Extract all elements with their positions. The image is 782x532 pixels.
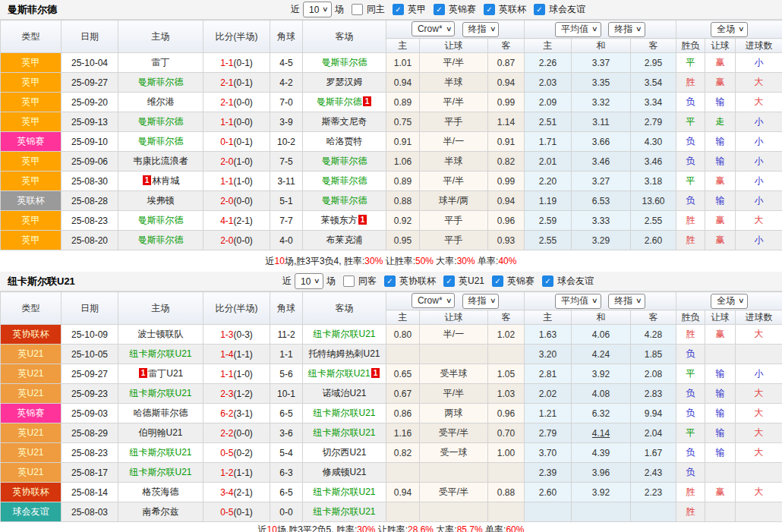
league-badge: 英联杯 (1, 191, 61, 211)
odds-home: 0.88 (386, 191, 420, 211)
league-badge: 英甲 (1, 152, 61, 172)
odds-index-select[interactable]: 终指∨ (462, 294, 500, 309)
half-time-score: (0-2) (234, 448, 253, 458)
result-group-header: 全场∨ (676, 292, 782, 310)
result-goals: 大 (736, 325, 782, 345)
avg-draw: 4.06 (572, 325, 631, 345)
avg-away: 2.04 (631, 423, 676, 443)
home-team: 纽卡斯尔联U21 (118, 384, 203, 404)
scope-select[interactable]: 全场∨ (711, 22, 748, 37)
result-wdl: 胜 (676, 483, 705, 502)
avg-away: 2.95 (631, 53, 676, 73)
odds-handicap: 半球 (420, 73, 488, 93)
odds-source-select[interactable]: Crow*∨ (411, 293, 455, 308)
half-time-score: (0-3) (234, 329, 253, 340)
home-team: 雷丁 (118, 53, 203, 73)
col-header-away: 客场 (303, 292, 386, 325)
team-name-text: 切尔西U21 (322, 447, 366, 458)
odds-handicap: 平/半 (420, 53, 488, 73)
match-row: 英甲25-08-20曼斯菲尔德2-0(0-0)4-0布莱克浦0.95平手0.93… (1, 231, 782, 250)
recent-summary: 近10场,胜3平3负4, 胜率:30% 让胜率:50% 大率:30% 单率:40… (0, 250, 782, 272)
league-filter-label: 英U21 (459, 275, 484, 288)
result-wdl: 胜 (676, 502, 705, 522)
away-team: 曼斯菲尔德 (303, 172, 386, 191)
match-score: 0-1(0-1) (203, 132, 270, 152)
avg-away: 4.28 (631, 325, 676, 345)
odds-home: 0.89 (386, 93, 420, 112)
avg-draw: 3.37 (572, 53, 631, 73)
result-handicap: 赢 (705, 73, 736, 93)
col-header-type: 类型 (1, 20, 61, 53)
sub-header-wdl: 胜负 (676, 310, 705, 325)
avg-index-select[interactable]: 终指∨ (608, 294, 645, 309)
chevron-down-icon: ∨ (738, 297, 745, 304)
odds-index-select[interactable]: 终指∨ (462, 22, 500, 37)
home-team: 曼斯菲尔德 (118, 112, 203, 132)
match-date: 25-09-06 (61, 152, 118, 172)
match-row: 英协联杯25-10-09波士顿联队1-3(0-3)11-2纽卡斯尔联U210.8… (1, 325, 782, 345)
league-filter-label: 英协联杯 (399, 275, 436, 288)
team-name-text: 曼斯菲尔德 (138, 116, 184, 127)
sub-header-avg-away: 客 (631, 310, 676, 325)
home-team: 哈德斯菲尔德 (118, 404, 203, 423)
result-goals: 小 (736, 132, 782, 152)
half-time-score: (0-0) (234, 235, 253, 246)
avg-home: 2.51 (525, 112, 572, 132)
result-handicap: 赢 (705, 231, 736, 250)
near-label: 近 (291, 3, 300, 16)
league-filter-checkbox[interactable] (542, 275, 553, 287)
home-team: 波士顿联队 (118, 325, 203, 345)
league-filter-checkbox[interactable] (393, 4, 404, 15)
away-team: 莱顿东方1 (303, 211, 386, 231)
team-name-text: 哈洛贾特 (326, 136, 363, 146)
team-name-text: 诺域治U21 (322, 388, 366, 398)
avg-group-header: 平均值∨ 终指∨ (525, 20, 676, 39)
home-team: 曼斯菲尔德 (118, 231, 203, 250)
match-score: 3-4(2-1) (203, 483, 270, 502)
odds-source-select[interactable]: Crow*∨ (411, 21, 455, 36)
full-time-score: 2-1 (220, 97, 233, 108)
match-count-select[interactable]: 10∨ (303, 2, 332, 17)
same-venue-checkbox[interactable] (343, 275, 355, 287)
team-name-text: 伯明翰U21 (138, 427, 182, 438)
avg-source-select[interactable]: 平均值∨ (555, 22, 601, 37)
match-score: 0-5(0-1) (203, 502, 270, 522)
league-badge: 英甲 (1, 93, 61, 112)
same-venue-checkbox[interactable] (352, 4, 363, 15)
avg-index-select[interactable]: 终指∨ (608, 22, 645, 37)
half-time-score: (1-2) (234, 389, 253, 399)
league-filter-checkbox[interactable] (534, 4, 545, 15)
league-badge: 英甲 (1, 231, 61, 250)
team-name-text: 维尔港 (147, 96, 175, 107)
sub-header-avg-home: 主 (525, 310, 572, 325)
odds-away: 0.96 (488, 211, 525, 231)
scope-select[interactable]: 全场∨ (711, 294, 748, 309)
chevron-down-icon: ∨ (738, 26, 745, 33)
team-name: 曼斯菲尔德 (8, 3, 57, 17)
league-filter-checkbox[interactable] (484, 4, 495, 15)
odds-home: 0.94 (386, 483, 420, 502)
avg-source-select[interactable]: 平均值∨ (555, 294, 601, 309)
league-filter-label: 球会友谊 (557, 275, 594, 288)
home-team: 格茨海德 (118, 483, 203, 502)
result-goals: 小 (736, 364, 782, 384)
league-filter-checkbox[interactable] (492, 275, 503, 287)
avg-home: 1.71 (525, 132, 572, 152)
result-wdl: 负 (676, 443, 705, 463)
avg-draw: 3.27 (572, 172, 631, 191)
league-filter-checkbox[interactable] (384, 275, 396, 287)
league-filter-checkbox[interactable] (443, 275, 455, 287)
odds-away (488, 502, 525, 522)
avg-away: 2.60 (631, 231, 676, 250)
league-filter-checkbox[interactable] (434, 4, 445, 15)
result-handicap: 赢 (705, 53, 736, 73)
avg-home: 2.59 (525, 211, 572, 231)
avg-away: 3.34 (631, 93, 676, 112)
match-count-select[interactable]: 10∨ (295, 273, 323, 289)
odds-handicap: 受平/半 (420, 483, 488, 502)
result-goals: 大 (736, 404, 782, 423)
avg-home: 3.70 (525, 443, 572, 463)
avg-draw[interactable]: 4.14 (572, 423, 631, 443)
col-header-corners: 角球 (270, 292, 303, 325)
odds-home: 0.86 (386, 404, 420, 423)
